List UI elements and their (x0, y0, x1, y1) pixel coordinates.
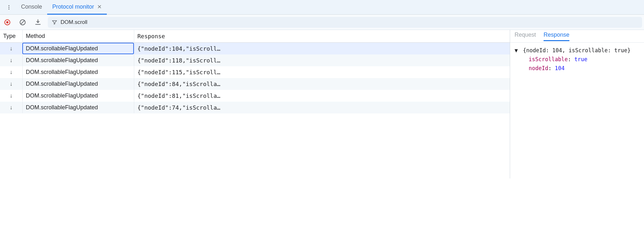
cell-method: DOM.scrollableFlagUpdated (22, 54, 134, 66)
tab-console-label: Console (21, 4, 42, 10)
filter-input[interactable]: DOM.scroll (48, 17, 642, 28)
table-row[interactable]: ↓ DOM.scrollableFlagUpdated {"nodeId":81… (0, 90, 510, 102)
kebab-icon (6, 4, 12, 10)
tab-request[interactable]: Request (515, 32, 536, 41)
more-menu-button[interactable] (2, 0, 16, 15)
cell-method: DOM.scrollableFlagUpdated (22, 78, 134, 90)
clear-icon (19, 19, 26, 26)
response-tree: ▼ {nodeId: 104, isScrollable: true} isSc… (510, 43, 644, 76)
svg-rect-4 (6, 21, 8, 23)
tree-field[interactable]: nodeId: 104 (515, 64, 640, 73)
cell-response: {"nodeId":74,"isScrolla… (137, 104, 220, 111)
filter-input-value: DOM.scroll (61, 19, 638, 25)
table-row[interactable]: ↓ DOM.scrollableFlagUpdated {"nodeId":11… (0, 66, 510, 78)
col-header-method[interactable]: Method (22, 30, 134, 42)
tree-key: isScrollable (529, 56, 568, 62)
direction-incoming-icon: ↓ (3, 57, 19, 64)
cell-response: {"nodeId":115,"isScroll… (137, 69, 220, 76)
cell-method: DOM.scrollableFlagUpdated (22, 90, 134, 101)
clear-button[interactable] (17, 17, 28, 28)
col-header-type[interactable]: Type (0, 30, 22, 42)
tree-value: 104 (555, 65, 565, 71)
direction-incoming-icon: ↓ (3, 104, 19, 111)
save-button[interactable] (33, 17, 43, 28)
cell-method: DOM.scrollableFlagUpdated (22, 66, 134, 78)
message-table: Type Method Response ↓ DOM.scrollableFla… (0, 30, 510, 178)
filter-icon (52, 19, 57, 25)
detail-panel: Request Response ▼ {nodeId: 104, isScrol… (510, 30, 644, 178)
toolbar: DOM.scroll (0, 15, 644, 30)
cell-response: {"nodeId":81,"isScrolla… (137, 92, 220, 99)
tree-key: nodeId (529, 65, 548, 71)
protocol-monitor-panel: Console Protocol monitor (0, 0, 644, 178)
direction-incoming-icon: ↓ (3, 45, 19, 52)
record-icon (4, 19, 11, 26)
tree-root[interactable]: ▼ {nodeId: 104, isScrollable: true} (515, 46, 640, 55)
tree-field[interactable]: isScrollable: true (515, 55, 640, 64)
caret-down-icon[interactable]: ▼ (515, 46, 520, 55)
cell-method: DOM.scrollableFlagUpdated (22, 102, 134, 113)
record-button[interactable] (2, 17, 13, 28)
svg-point-0 (9, 5, 10, 6)
direction-incoming-icon: ↓ (3, 69, 19, 76)
tab-console[interactable]: Console (16, 0, 47, 15)
table-body: ↓ DOM.scrollableFlagUpdated {"nodeId":10… (0, 43, 510, 178)
cell-response: {"nodeId":104,"isScroll… (137, 45, 220, 52)
svg-point-1 (9, 7, 10, 8)
tab-protocol-monitor[interactable]: Protocol monitor (47, 0, 107, 15)
table-row[interactable]: ↓ DOM.scrollableFlagUpdated {"nodeId":84… (0, 78, 510, 90)
tab-response[interactable]: Response (544, 32, 569, 41)
table-header: Type Method Response (0, 30, 510, 43)
close-icon[interactable] (97, 4, 102, 9)
cell-response: {"nodeId":118,"isScroll… (137, 57, 220, 64)
cell-method: DOM.scrollableFlagUpdated (22, 43, 134, 54)
col-header-response[interactable]: Response (134, 30, 510, 42)
direction-incoming-icon: ↓ (3, 81, 19, 87)
direction-incoming-icon: ↓ (3, 92, 19, 99)
tab-bar: Console Protocol monitor (0, 0, 644, 15)
download-icon (34, 19, 41, 26)
table-row[interactable]: ↓ DOM.scrollableFlagUpdated {"nodeId":11… (0, 54, 510, 66)
cell-response: {"nodeId":84,"isScrolla… (137, 81, 220, 87)
detail-tabs: Request Response (510, 30, 644, 43)
svg-point-2 (9, 8, 10, 9)
main-split: Type Method Response ↓ DOM.scrollableFla… (0, 30, 644, 178)
table-row[interactable]: ↓ DOM.scrollableFlagUpdated {"nodeId":74… (0, 102, 510, 113)
tree-value: true (574, 56, 588, 62)
svg-line-6 (21, 20, 25, 24)
tab-protocol-monitor-label: Protocol monitor (52, 4, 94, 10)
table-row[interactable]: ↓ DOM.scrollableFlagUpdated {"nodeId":10… (0, 43, 510, 54)
tree-summary: {nodeId: 104, isScrollable: true} (523, 47, 631, 54)
